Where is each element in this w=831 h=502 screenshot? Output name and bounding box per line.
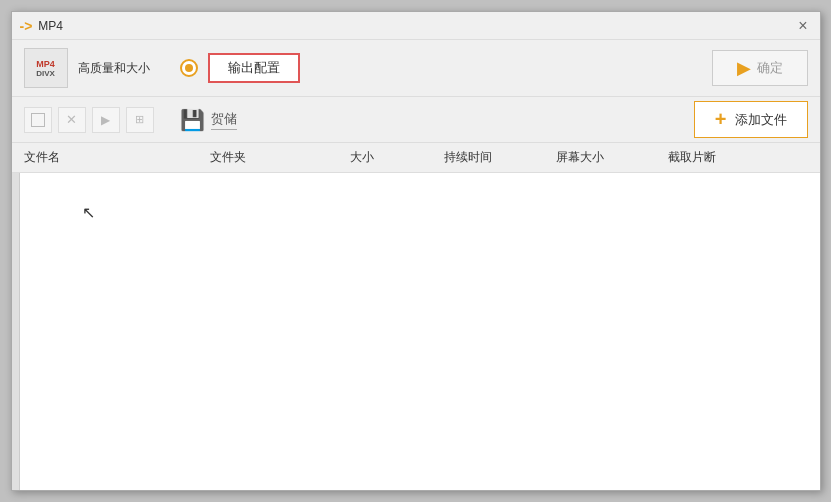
col-header-duration: 持续时间 [444, 149, 556, 166]
title-bar-left: -> MP4 [20, 18, 64, 34]
close-button[interactable]: × [794, 17, 811, 35]
window-title: MP4 [38, 19, 63, 33]
col-header-screen: 屏幕大小 [556, 149, 668, 166]
format-icon: MP4 DIVX [24, 48, 68, 88]
icon-btn-1[interactable] [24, 107, 52, 133]
save-area: 💾 贺储 [170, 108, 247, 132]
radio-button-area [180, 59, 198, 77]
left-strip [12, 173, 20, 490]
save-label: 贺储 [211, 110, 237, 130]
toolbar-row2: ✕ ▶ ⊞ 💾 贺储 + 添加文件 [12, 97, 820, 143]
table-header: 文件名 文件夹 大小 持续时间 屏幕大小 截取片断 [12, 143, 820, 173]
icon-btn-3[interactable]: ▶ [92, 107, 120, 133]
col-header-size: 大小 [350, 149, 443, 166]
plus-icon: + [715, 108, 727, 131]
save-icon: 💾 [180, 108, 205, 132]
icon-btn-4[interactable]: ⊞ [126, 107, 154, 133]
play-icon: ▶ [101, 113, 110, 127]
close-small-icon: ✕ [66, 112, 77, 127]
arrow-icon: -> [20, 18, 33, 34]
col-header-filename: 文件名 [24, 149, 211, 166]
col-header-clip: 截取片断 [668, 149, 808, 166]
cursor-indicator: ↖ [82, 203, 95, 222]
confirm-button[interactable]: ▶ 确定 [712, 50, 808, 86]
title-bar: -> MP4 × [12, 12, 820, 40]
icon-1 [31, 113, 45, 127]
icon-btn-2[interactable]: ✕ [58, 107, 86, 133]
add-file-button[interactable]: + 添加文件 [694, 101, 808, 138]
quality-label: 高质量和大小 [78, 60, 150, 77]
col-header-folder: 文件夹 [210, 149, 350, 166]
radio-inner [185, 64, 193, 72]
radio-button[interactable] [180, 59, 198, 77]
grid-icon: ⊞ [135, 113, 144, 126]
add-file-label: 添加文件 [735, 111, 787, 129]
toolbar-row1: MP4 DIVX 高质量和大小 输出配置 ▶ 确定 [12, 40, 820, 97]
main-window: -> MP4 × MP4 DIVX 高质量和大小 输出配置 ▶ 确定 [11, 11, 821, 491]
confirm-arrow-icon: ▶ [737, 57, 751, 79]
output-config-button[interactable]: 输出配置 [208, 53, 300, 83]
confirm-label: 确定 [757, 59, 783, 77]
table-body: ↖ [12, 173, 820, 490]
